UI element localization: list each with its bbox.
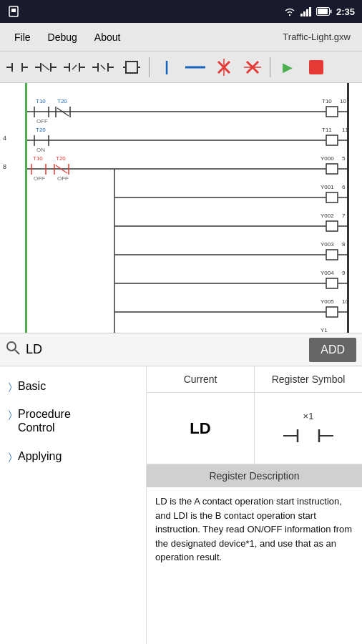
tool-contact-rise[interactable] — [62, 56, 87, 79]
svg-text:OFF: OFF — [57, 175, 69, 182]
h-line-icon — [185, 64, 205, 70]
sidebar-item-basic[interactable]: 〉 Basic — [0, 372, 146, 400]
func-block-icon — [123, 59, 140, 76]
x1-label: ×1 — [303, 411, 314, 421]
svg-text:Y004: Y004 — [321, 270, 334, 276]
svg-text:8: 8 — [3, 163, 6, 170]
svg-line-27 — [101, 65, 105, 69]
svg-text:Y1: Y1 — [321, 327, 328, 333]
register-body: LD ×1 — [147, 393, 362, 464]
sidebar-item-applying[interactable]: 〉 Applying — [0, 442, 146, 470]
svg-text:Y001: Y001 — [321, 184, 334, 190]
contact-nc-icon — [35, 59, 57, 76]
svg-line-125 — [15, 350, 19, 354]
svg-rect-8 — [318, 9, 328, 14]
menu-file[interactable]: File — [6, 29, 39, 46]
toolbar-separator-2 — [270, 57, 270, 77]
svg-text:T20: T20 — [36, 127, 46, 133]
register-description-body: LD is the A contact operation start inst… — [147, 487, 362, 572]
tool-vertical-line[interactable]: | — [154, 56, 180, 79]
register-symbol-svg — [283, 426, 333, 446]
svg-text:OFF: OFF — [34, 175, 45, 182]
chevron-procedure-icon: 〉 — [9, 409, 12, 421]
tool-contact-no[interactable] — [4, 56, 30, 79]
battery-icon — [316, 7, 332, 16]
sidebar-item-procedure-control[interactable]: 〉 ProcedureControl — [0, 400, 146, 441]
svg-text:4: 4 — [3, 135, 6, 142]
ladder-svg: T10 OFF T20 T10 10 4 T20 ON T11 11 8 T10 — [0, 83, 362, 333]
stop-icon — [309, 60, 323, 74]
svg-text:9: 9 — [342, 270, 346, 276]
svg-rect-84 — [326, 192, 338, 203]
symbol-container: ×1 — [283, 411, 333, 446]
svg-text:T10: T10 — [322, 98, 332, 104]
x-red2-icon — [244, 59, 261, 76]
svg-rect-96 — [326, 250, 338, 260]
bottom-panel: 〉 Basic 〉 ProcedureControl 〉 Applying Cu… — [0, 366, 362, 644]
svg-rect-28 — [126, 62, 137, 73]
search-icon — [6, 341, 20, 358]
menu-debug[interactable]: Debug — [39, 29, 86, 46]
svg-rect-2 — [300, 14, 303, 16]
svg-text:T20: T20 — [56, 155, 66, 162]
sim-icon — [7, 5, 20, 18]
register-description-header: Register Description — [147, 464, 362, 487]
svg-text:7: 7 — [342, 213, 346, 219]
sidebar: 〉 Basic 〉 ProcedureControl 〉 Applying — [0, 366, 147, 644]
tool-delete-v[interactable] — [211, 56, 237, 79]
svg-text:5: 5 — [342, 155, 346, 162]
svg-text:8: 8 — [342, 241, 346, 248]
tool-horizontal-line[interactable] — [182, 56, 208, 79]
tool-func-block[interactable] — [119, 56, 145, 79]
current-value-cell: LD — [147, 393, 255, 464]
status-left — [7, 5, 20, 18]
toolbar-separator-1 — [149, 57, 150, 77]
svg-text:T10: T10 — [36, 98, 46, 104]
svg-rect-61 — [326, 135, 338, 145]
tool-play[interactable]: ▶ — [275, 56, 300, 79]
svg-rect-7 — [330, 10, 331, 14]
search-bar: ADD — [0, 333, 362, 366]
svg-text:Y002: Y002 — [321, 213, 334, 219]
time-display: 2:35 — [336, 6, 355, 17]
menu-bar: File Debug About Traffic-Light.gxw — [0, 23, 362, 52]
tool-stop[interactable] — [303, 56, 329, 79]
search-input[interactable] — [26, 342, 303, 357]
magnifier-icon — [6, 341, 20, 355]
svg-text:T10: T10 — [33, 155, 43, 162]
x-red-icon — [215, 59, 233, 76]
add-button[interactable]: ADD — [309, 338, 356, 362]
wifi-icon — [283, 6, 296, 16]
signal-icon — [300, 6, 312, 16]
svg-text:T20: T20 — [57, 98, 67, 104]
svg-rect-108 — [326, 307, 338, 317]
svg-rect-3 — [303, 11, 305, 16]
svg-rect-4 — [306, 9, 308, 16]
sidebar-label-basic: Basic — [18, 379, 46, 393]
svg-text:Y000: Y000 — [321, 155, 334, 162]
sidebar-label-applying: Applying — [18, 449, 62, 463]
content-area: Current Register Symbol LD ×1 — [147, 366, 362, 644]
menu-about[interactable]: About — [86, 29, 129, 46]
svg-rect-102 — [326, 278, 338, 288]
col-register-symbol: Register Symbol — [255, 366, 362, 392]
chevron-applying-icon: 〉 — [9, 451, 12, 463]
tool-contact-nc[interactable] — [33, 56, 59, 79]
svg-text:Y005: Y005 — [321, 298, 334, 305]
svg-text:ON: ON — [36, 147, 45, 153]
svg-text:10: 10 — [340, 98, 346, 104]
tool-delete-h[interactable] — [240, 56, 265, 79]
svg-line-22 — [72, 65, 77, 69]
svg-rect-50 — [326, 107, 338, 117]
toolbar: | ▶ — [0, 52, 362, 83]
svg-point-124 — [7, 342, 16, 351]
chevron-basic-icon: 〉 — [9, 381, 12, 393]
current-value: LD — [190, 419, 210, 438]
svg-text:OFF: OFF — [36, 118, 48, 125]
symbol-cell: ×1 — [255, 393, 362, 464]
svg-line-17 — [42, 64, 49, 70]
tool-contact-fall[interactable] — [90, 56, 116, 79]
svg-text:Y003: Y003 — [321, 241, 334, 248]
svg-text:10: 10 — [342, 298, 348, 305]
status-right: 2:35 — [283, 6, 355, 17]
